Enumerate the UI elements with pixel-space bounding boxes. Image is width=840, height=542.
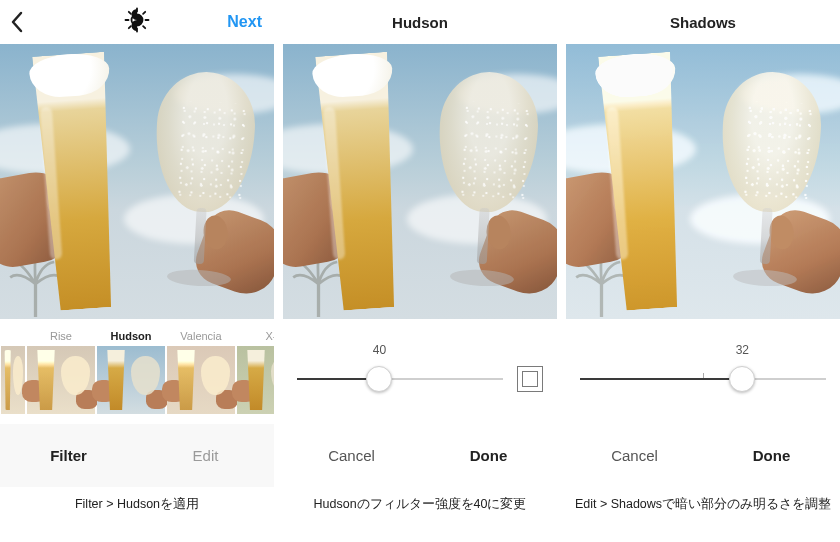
panel-caption: Hudsonのフィルター強度を40に変更 (283, 487, 557, 542)
filter-label: Rise (50, 325, 72, 346)
panel-filter-select: Next Rise Hudson Va (0, 0, 274, 542)
panel-shadows: Shadows 32 Cancel (566, 0, 840, 542)
cancel-button[interactable]: Cancel (283, 424, 420, 487)
panel-filter-strength: Hudson 40 Cancel (283, 0, 557, 542)
screen: Hudson 40 Cancel (283, 0, 557, 487)
topbar: Next (0, 0, 274, 44)
filter-strip[interactable]: Rise Hudson Valencia X- (0, 319, 274, 424)
screen: Next Rise Hudson Va (0, 0, 274, 487)
slider-area: 32 (566, 319, 840, 424)
svg-line-7 (143, 12, 145, 14)
frame-toggle[interactable] (517, 366, 543, 392)
panel-caption: Filter > Hudsonを適用 (0, 487, 274, 542)
tab-edit[interactable]: Edit (137, 424, 274, 487)
filter-thumb-prev[interactable] (0, 319, 26, 424)
chevron-left-icon (10, 11, 24, 33)
back-button[interactable] (10, 0, 24, 44)
bottom-actions: Cancel Done (283, 424, 557, 487)
screen: Shadows 32 Cancel (566, 0, 840, 487)
topbar: Shadows (566, 0, 840, 44)
slider-value-label: 32 (580, 343, 826, 359)
slider-knob[interactable] (366, 366, 392, 392)
filter-label: Hudson (111, 325, 152, 346)
filter-thumb-rise[interactable]: Rise (26, 319, 96, 424)
filter-thumb-xpro[interactable]: X- (236, 319, 274, 424)
photo-preview (283, 44, 557, 319)
sun-icon (124, 7, 150, 33)
filter-thumb-hudson[interactable]: Hudson (96, 319, 166, 424)
cancel-button[interactable]: Cancel (566, 424, 703, 487)
screen-title: Hudson (283, 14, 557, 31)
bottom-tabbar: Filter Edit (0, 424, 274, 487)
shadows-slider[interactable] (580, 365, 826, 393)
screen-title: Shadows (566, 14, 840, 31)
filter-label: Valencia (180, 325, 221, 346)
svg-line-5 (129, 12, 131, 14)
svg-line-6 (143, 26, 145, 28)
slider-area: 40 (283, 319, 557, 424)
svg-line-8 (129, 26, 131, 28)
photo-preview (566, 44, 840, 319)
strength-slider[interactable] (297, 365, 503, 393)
slider-knob[interactable] (729, 366, 755, 392)
contrast-sun-icon[interactable] (124, 7, 150, 37)
tab-filter[interactable]: Filter (0, 424, 137, 487)
bottom-actions: Cancel Done (566, 424, 840, 487)
next-button[interactable]: Next (227, 0, 262, 44)
done-button[interactable]: Done (703, 424, 840, 487)
done-button[interactable]: Done (420, 424, 557, 487)
photo-preview (0, 44, 274, 319)
filter-label: X- (266, 325, 275, 346)
topbar: Hudson (283, 0, 557, 44)
panel-caption: Edit > Shadowsで暗い部分のみ明るさを調整 (566, 487, 840, 542)
slider-value-label: 40 (297, 343, 543, 359)
filter-thumb-valencia[interactable]: Valencia (166, 319, 236, 424)
